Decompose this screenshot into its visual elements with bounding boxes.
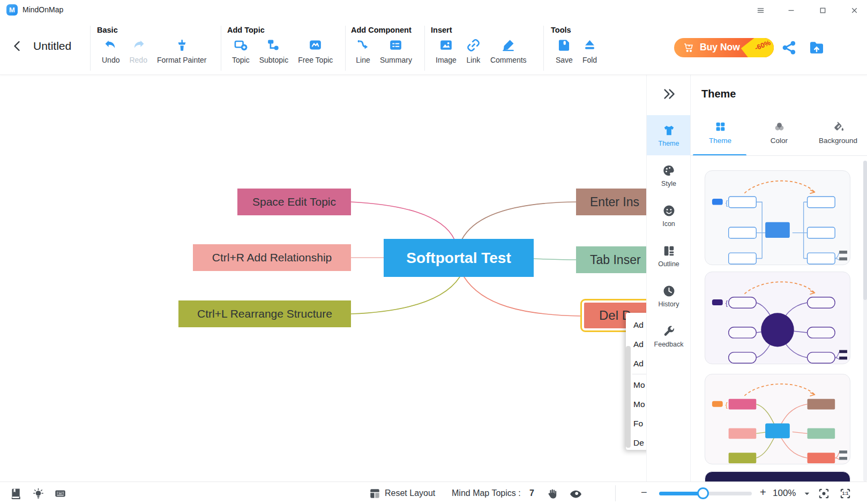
book-icon — [10, 492, 22, 501]
panel-scrollbar-thumb[interactable] — [863, 161, 867, 300]
zoom-dropdown-button[interactable] — [803, 490, 811, 498]
topic-icon — [234, 38, 248, 52]
topic-button[interactable]: Topic — [227, 38, 255, 64]
eye-icon — [569, 493, 582, 502]
tshirt-icon — [662, 124, 676, 137]
node-ctrl-l-rearrange-structure[interactable]: Ctrl+L Rearrange Structure — [178, 300, 351, 327]
node-label: Space Edit Topic — [252, 195, 336, 208]
toolbar-group-add-component: Add Component Line Summary — [351, 26, 417, 64]
lightbulb-icon — [32, 492, 44, 501]
toolbar-group-basic: Basic Undo Redo Format Painter — [97, 26, 212, 64]
svg-text:1:1: 1:1 — [842, 491, 849, 496]
free-topic-button[interactable]: Free Topic — [293, 38, 338, 64]
node-label: Enter Ins — [590, 195, 639, 209]
outline-icon — [662, 244, 676, 258]
group-label: Add Topic — [227, 26, 338, 34]
save-icon — [557, 38, 571, 52]
zoom-slider-thumb[interactable] — [697, 487, 709, 499]
document-title[interactable]: Untitled — [33, 40, 71, 52]
theme-card-colorful[interactable]: { — [705, 374, 850, 464]
group-label: Insert — [431, 26, 532, 34]
minimize-icon — [787, 6, 796, 15]
format-painter-button[interactable]: Format Painter — [152, 38, 212, 64]
theme-card-purple[interactable]: { — [705, 272, 850, 364]
tab-theme[interactable]: Theme — [691, 121, 750, 153]
cloud-upload-icon — [808, 39, 825, 56]
maximize-button[interactable] — [816, 4, 829, 17]
sidebar-item-theme[interactable]: Theme — [647, 115, 691, 155]
zoom-out-button[interactable]: − — [641, 486, 647, 499]
tips-button[interactable] — [32, 487, 44, 500]
save-button[interactable]: Save — [551, 38, 578, 64]
zoom-in-button[interactable]: + — [760, 486, 766, 499]
panel-scrollbar[interactable] — [863, 161, 867, 482]
comments-icon — [501, 38, 515, 52]
color-circles-icon — [773, 121, 786, 133]
layout-grid-icon — [369, 492, 381, 501]
right-sidebar-nav: Theme Style Icon Outline History Feedbac… — [646, 75, 690, 482]
tab-background[interactable]: Background — [809, 121, 867, 153]
caret-down-icon — [803, 491, 811, 500]
shortcuts-button[interactable] — [54, 487, 66, 500]
undo-button[interactable]: Undo — [97, 38, 124, 64]
fold-icon — [582, 38, 597, 52]
sidebar-item-feedback[interactable]: Feedback — [647, 316, 691, 356]
gallery-button[interactable] — [10, 487, 22, 500]
fold-button[interactable]: Fold — [578, 38, 602, 64]
node-space-edit-topic[interactable]: Space Edit Topic — [237, 189, 351, 215]
central-topic-label: Softportal Test — [406, 250, 511, 267]
cloud-upload-button[interactable] — [808, 39, 825, 56]
tab-color[interactable]: Color — [750, 121, 809, 153]
zoom-slider[interactable] — [659, 492, 752, 495]
collapse-panel-button[interactable] — [662, 87, 676, 101]
focus-icon — [818, 492, 830, 501]
pan-mode-button[interactable] — [545, 487, 558, 500]
statusbar: Reset Layout Mind Map Topics : 7 − + 100… — [0, 482, 867, 504]
zoom-slider-fill — [659, 492, 703, 495]
line-button[interactable]: Line — [351, 38, 375, 64]
smiley-icon — [662, 204, 676, 217]
cart-icon — [683, 42, 694, 54]
free-topic-icon — [308, 38, 323, 52]
format-painter-icon — [175, 38, 189, 52]
sidebar-item-history[interactable]: History — [647, 276, 691, 316]
actual-size-button[interactable]: 1:1 — [839, 487, 851, 500]
back-button[interactable] — [11, 40, 24, 55]
minimize-button[interactable] — [784, 4, 798, 17]
topics-count: 7 — [529, 488, 534, 498]
node-tab-insert[interactable]: Tab Inser — [576, 246, 656, 273]
menu-button[interactable] — [753, 4, 767, 17]
image-button[interactable]: Image — [431, 38, 461, 64]
share-button[interactable] — [781, 40, 797, 56]
redo-button[interactable]: Redo — [124, 38, 152, 64]
toolbar-group-add-topic: Add Topic Topic Subtopic Free Topic — [227, 26, 338, 64]
link-button[interactable]: Link — [461, 38, 485, 64]
node-central-topic[interactable]: Softportal Test — [384, 239, 534, 277]
toolbar-separator — [543, 26, 544, 71]
node-enter-insert[interactable]: Enter Ins — [576, 189, 656, 215]
group-label: Add Component — [351, 26, 417, 34]
reset-layout-label[interactable]: Reset Layout — [385, 488, 435, 498]
subtopic-button[interactable]: Subtopic — [255, 38, 293, 64]
summary-button[interactable]: Summary — [375, 38, 417, 64]
sidebar-item-style[interactable]: Style — [647, 155, 691, 195]
app-name: MindOnMap — [23, 5, 63, 14]
zoom-percentage[interactable]: 100% — [773, 488, 796, 499]
maximize-icon — [818, 6, 827, 15]
context-menu-scrollbar[interactable] — [626, 346, 631, 448]
reset-layout-button[interactable] — [369, 487, 381, 500]
sidebar-item-icon[interactable]: Icon — [647, 195, 691, 236]
undo-icon — [103, 38, 118, 52]
sidebar-item-outline[interactable]: Outline — [647, 236, 691, 276]
comments-button[interactable]: Comments — [485, 38, 532, 64]
close-button[interactable] — [847, 4, 861, 17]
buy-now-button[interactable]: -60% Buy Now — [674, 38, 774, 57]
app-logo: M — [6, 4, 18, 16]
center-view-button[interactable] — [818, 487, 830, 500]
toolbar-separator — [424, 26, 425, 71]
view-mode-button[interactable] — [569, 487, 582, 501]
node-ctrl-r-add-relationship[interactable]: Ctrl+R Add Relationship — [193, 244, 351, 271]
statusbar-divider — [615, 485, 616, 501]
theme-card-blue-outline[interactable]: { — [705, 170, 850, 265]
palette-icon — [662, 164, 676, 177]
